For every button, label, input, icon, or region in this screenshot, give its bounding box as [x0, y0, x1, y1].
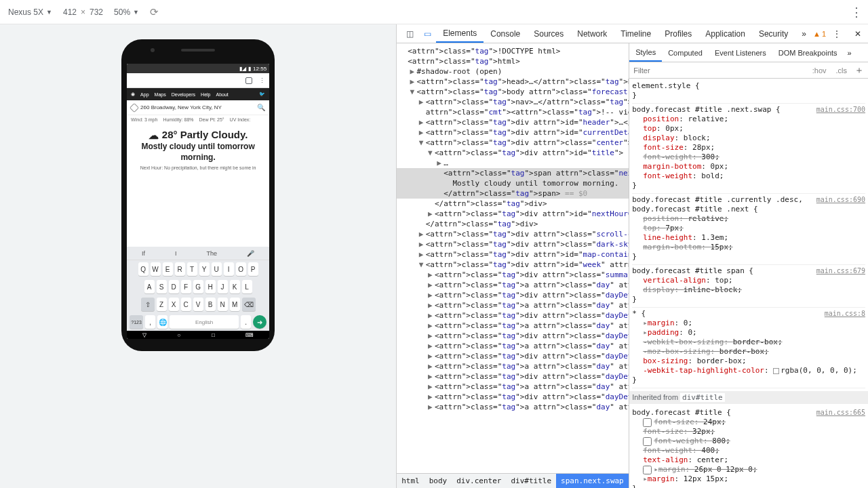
globe-key[interactable]: 🌐 [157, 315, 167, 329]
hov-toggle[interactable]: :hov [809, 65, 830, 76]
device-mode-icon[interactable]: ▭ [418, 29, 436, 39]
key-m[interactable]: M [230, 298, 240, 311]
comma-key[interactable]: , [145, 315, 155, 329]
tree-node[interactable]: ▶<attrn">class="tag">div attrn">id="next… [397, 209, 629, 219]
tree-node[interactable]: ▶<attrn">class="tag">div attrn">class="d… [397, 331, 629, 341]
rotate-icon[interactable]: ⟳ [150, 6, 159, 18]
breadcrumb-item[interactable]: div#title [506, 474, 556, 488]
tree-node[interactable]: ▶<attrn">class="tag">div attrn">class="s… [397, 270, 629, 280]
new-rule-icon[interactable]: ＋ [854, 64, 864, 77]
tree-node[interactable]: <attrn">class="tag">html> [397, 56, 629, 66]
enter-key[interactable]: ➜ [253, 315, 267, 329]
key-d[interactable]: D [169, 280, 179, 293]
nav-app[interactable]: App [140, 92, 149, 97]
tree-node[interactable]: </attrn">class="tag">div> [397, 199, 629, 209]
breadcrumb-item[interactable]: span.next.swap [556, 474, 629, 488]
key-g[interactable]: G [193, 280, 203, 293]
key-j[interactable]: J [218, 280, 228, 293]
key-p[interactable]: P [248, 262, 258, 276]
source-link[interactable]: main.css:8 [825, 309, 865, 319]
tab-application[interactable]: Application [698, 24, 752, 43]
tree-node[interactable]: ▶<attrn">class="tag">a attrn">class="day… [397, 300, 629, 310]
subtab-styles[interactable]: Styles [629, 43, 662, 62]
space-key[interactable]: English [170, 315, 239, 329]
styles-filter-input[interactable] [633, 66, 806, 75]
tab-network[interactable]: Network [570, 24, 614, 43]
key-e[interactable]: E [163, 262, 173, 276]
width-value[interactable]: 412 [63, 7, 77, 17]
kebab-menu-icon[interactable]: ⋮ [826, 29, 848, 39]
elements-tree[interactable]: <attrn">class="tag">!DOCTYPE html><attrn… [397, 43, 629, 488]
device-select[interactable]: Nexus 5X ▼ [5, 6, 55, 18]
period-key[interactable]: . [241, 315, 251, 329]
key-l[interactable]: L [242, 280, 252, 293]
tree-node[interactable]: ▶<attrn">class="tag">a attrn">class="day… [397, 341, 629, 351]
kebab-menu-icon[interactable]: ⋮ [850, 5, 863, 20]
breadcrumb-item[interactable]: div.center [452, 474, 506, 488]
nav-maps[interactable]: Maps [155, 92, 166, 97]
tab-security[interactable]: Security [752, 24, 795, 43]
back-icon[interactable]: ▽ [142, 332, 146, 338]
tree-node[interactable]: ▶<attrn">class="tag">div attrn">class="d… [397, 392, 629, 402]
tab-timeline[interactable]: Timeline [614, 24, 658, 43]
numeric-key[interactable]: ?123 [130, 315, 143, 329]
key-a[interactable]: A [144, 280, 155, 293]
prop-enable-checkbox[interactable] [643, 437, 652, 446]
nav-help[interactable]: Help [201, 92, 210, 97]
key-x[interactable]: X [169, 298, 179, 311]
tree-node[interactable]: ▼<attrn">class="tag">div attrn">class="c… [397, 138, 629, 148]
tree-node[interactable]: </attrn">class="tag">div> [397, 219, 629, 229]
source-link[interactable]: main.css:679 [816, 266, 865, 276]
phone-screen[interactable]: ▮◢ ▮ 12:55 ⋮ ◉ App Maps Developers Help … [127, 64, 269, 339]
mic-icon[interactable]: 🎤 [247, 250, 254, 257]
browser-url-bar[interactable]: ⋮ [127, 73, 269, 88]
tree-node[interactable]: <attrn">class="tag">span attrn">class="n… [397, 168, 629, 178]
tree-node[interactable]: <attrn">class="tag">!DOCTYPE html> [397, 46, 629, 56]
key-b[interactable]: B [205, 298, 216, 311]
tree-node[interactable]: ▼<attrn">class="tag">div attrn">id="titl… [397, 148, 629, 158]
tree-node[interactable]: ▶<attrn">class="tag">div attrn">id="curr… [397, 127, 629, 138]
height-value[interactable]: 732 [90, 7, 103, 17]
home-icon[interactable]: ○ [177, 332, 180, 338]
location-icon[interactable] [130, 102, 139, 112]
tab-console[interactable]: Console [484, 24, 527, 43]
tab-profiles[interactable]: Profiles [658, 24, 698, 43]
twitter-icon[interactable]: 🐦 [259, 92, 265, 97]
warnings-badge[interactable]: ▲ 1 [813, 30, 826, 38]
tree-node[interactable]: ▶… [397, 158, 629, 168]
inspect-icon[interactable]: ◫ [401, 29, 418, 39]
tree-node[interactable]: Mostly cloudy until tomorrow morning. [397, 178, 629, 188]
key-q[interactable]: Q [138, 262, 149, 276]
key-i[interactable]: I [224, 262, 234, 276]
search-icon[interactable]: 🔍 [257, 104, 265, 111]
backspace-key[interactable]: ⌫ [242, 298, 256, 311]
tree-node[interactable]: ▼<attrn">class="tag">body attrn">class="… [397, 87, 629, 97]
tree-node[interactable]: ▶<attrn">class="tag">a attrn">class="day… [397, 280, 629, 290]
tree-node[interactable]: ▶<attrn">class="tag">nav>…</attrn">class… [397, 97, 629, 107]
tree-node[interactable]: ▼<attrn">class="tag">div attrn">id="week… [397, 260, 629, 270]
source-link[interactable]: main.css:690 [816, 195, 865, 205]
address-input[interactable]: 260 Broadway, New York City, NY [140, 104, 254, 110]
subtab-dom-breakpoints[interactable]: DOM Breakpoints [772, 43, 844, 62]
tree-node[interactable]: ▶<attrn">class="tag">div attrn">id="map-… [397, 249, 629, 260]
key-o[interactable]: O [236, 262, 246, 276]
tree-node[interactable]: ▶<attrn">class="tag">div attrn">class="d… [397, 239, 629, 249]
key-r[interactable]: R [175, 262, 185, 276]
key-f[interactable]: F [181, 280, 191, 293]
key-c[interactable]: C [181, 298, 191, 311]
zoom-select[interactable]: 50% ▼ [111, 6, 142, 18]
keyboard-icon[interactable]: ⌨ [245, 332, 254, 338]
key-v[interactable]: V [193, 298, 203, 311]
tree-node[interactable]: ▶<attrn">class="tag">a attrn">class="day… [397, 361, 629, 371]
tab-sources[interactable]: Sources [527, 24, 570, 43]
shift-key[interactable]: ⇧ [141, 298, 155, 311]
tree-node[interactable]: </attrn">class="tag">span> == $0 [397, 188, 629, 199]
breadcrumb-item[interactable]: html [397, 474, 425, 488]
suggestion[interactable]: The [207, 250, 218, 257]
breadcrumb-item[interactable]: body [425, 474, 452, 488]
soft-keyboard[interactable]: If I The 🎤 QWERTYUIOP ASDFGHJKL ⇧ZXCVBNM… [127, 247, 269, 331]
nav-developers[interactable]: Developers [172, 92, 195, 97]
tree-node[interactable]: attrn">class="cmt"><attrn">class="tag">!… [397, 107, 629, 117]
key-h[interactable]: H [205, 280, 216, 293]
tree-node[interactable]: ▶<attrn">class="tag">a attrn">class="day… [397, 321, 629, 331]
